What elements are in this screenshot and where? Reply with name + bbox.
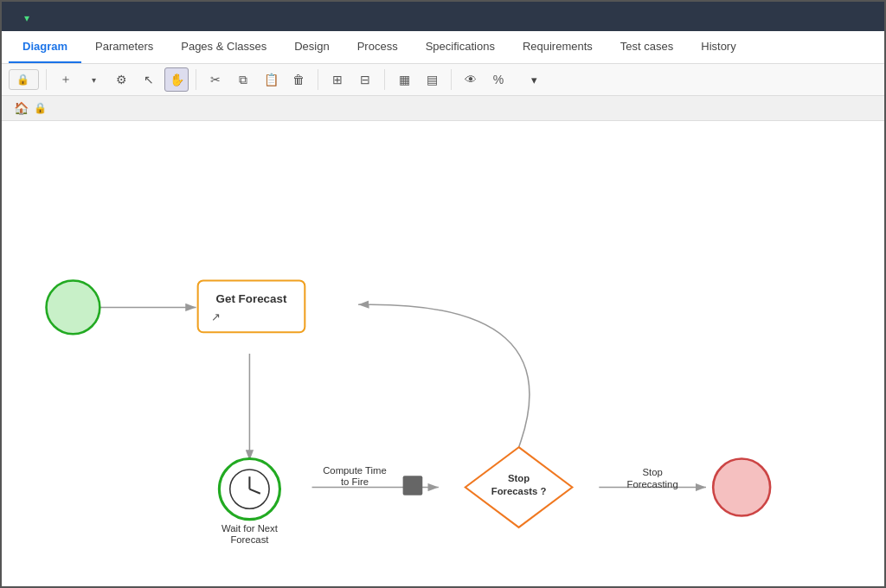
svg-text:Forecasts ?: Forecasts ? bbox=[491, 486, 547, 496]
svg-text:Forecasting: Forecasting bbox=[627, 479, 678, 489]
tab-design[interactable]: Design bbox=[280, 31, 343, 63]
hand-button[interactable]: ✋ bbox=[164, 67, 189, 92]
tab-process[interactable]: Process bbox=[343, 31, 412, 63]
diagram-area[interactable]: Get Forecast ↗ Wait for Next Forecast Co… bbox=[2, 121, 884, 586]
svg-rect-4 bbox=[403, 476, 423, 495]
app-header: ▾ bbox=[2, 2, 884, 31]
svg-text:Stop: Stop bbox=[508, 473, 530, 483]
tab-diagram[interactable]: Diagram bbox=[9, 31, 81, 63]
svg-text:Forecast: Forecast bbox=[230, 534, 269, 545]
preview-button[interactable]: 👁 bbox=[459, 67, 483, 92]
diagram-svg: Get Forecast ↗ Wait for Next Forecast Co… bbox=[2, 121, 884, 586]
copy-button[interactable]: ⧉ bbox=[231, 67, 255, 92]
list-button[interactable]: ▤ bbox=[420, 67, 444, 92]
toolbar-separator-3 bbox=[318, 69, 318, 90]
paste-button[interactable]: 📋 bbox=[259, 67, 283, 92]
toolbar-separator-4 bbox=[384, 69, 385, 90]
tab-requirements[interactable]: Requirements bbox=[509, 31, 607, 63]
svg-text:Wait for Next: Wait for Next bbox=[222, 523, 279, 534]
svg-rect-7 bbox=[198, 281, 305, 333]
overlay-section: ▾ bbox=[521, 74, 537, 86]
align-button[interactable]: ⊞ bbox=[325, 67, 350, 92]
cl-dropdown-icon[interactable]: ▾ bbox=[24, 12, 29, 24]
settings-button[interactable]: ⚙ bbox=[109, 67, 133, 92]
tab-test-cases[interactable]: Test cases bbox=[607, 31, 687, 63]
svg-point-6 bbox=[47, 281, 100, 335]
percent-button[interactable]: % bbox=[486, 67, 510, 92]
toolbar-separator-2 bbox=[196, 69, 196, 90]
toolbar-separator-5 bbox=[451, 69, 452, 90]
breadcrumb: 🏠 🔒 bbox=[2, 96, 884, 121]
select-button[interactable]: ↖ bbox=[137, 67, 161, 92]
add-dropdown-button[interactable]: ▾ bbox=[81, 67, 106, 92]
svg-text:Stop: Stop bbox=[642, 467, 662, 477]
cut-button[interactable]: ✂ bbox=[203, 67, 228, 92]
delete-button[interactable]: 🗑 bbox=[286, 67, 311, 92]
toolbar-separator-1 bbox=[46, 69, 47, 90]
overlay-dropdown-icon[interactable]: ▾ bbox=[531, 74, 537, 86]
home-icon[interactable]: 🏠 bbox=[14, 101, 29, 115]
draft-off-button[interactable]: 🔒 bbox=[9, 69, 39, 90]
svg-text:Get Forecast: Get Forecast bbox=[216, 292, 287, 305]
svg-text:Compute Time: Compute Time bbox=[323, 465, 387, 476]
pin-button[interactable]: ⊟ bbox=[353, 67, 377, 92]
tab-history[interactable]: History bbox=[687, 31, 749, 63]
table-button[interactable]: ▦ bbox=[392, 67, 416, 92]
tab-pages-classes[interactable]: Pages & Classes bbox=[167, 31, 280, 63]
tab-parameters[interactable]: Parameters bbox=[81, 31, 167, 63]
header-meta: ▾ bbox=[14, 12, 872, 24]
toolbar: 🔒 ＋ ▾ ⚙ ↖ ✋ ✂ ⧉ 📋 🗑 ⊞ ⊟ ▦ ▤ 👁 % ▾ bbox=[2, 64, 884, 96]
tab-specifications[interactable]: Specifications bbox=[412, 31, 509, 63]
lock-icon: 🔒 bbox=[34, 102, 47, 114]
add-button[interactable]: ＋ bbox=[54, 67, 78, 92]
svg-point-23 bbox=[713, 459, 770, 516]
draft-lock-icon: 🔒 bbox=[16, 74, 29, 86]
svg-text:↗: ↗ bbox=[211, 310, 221, 323]
tab-bar: Diagram Parameters Pages & Classes Desig… bbox=[2, 31, 884, 64]
svg-text:to Fire: to Fire bbox=[341, 476, 369, 487]
